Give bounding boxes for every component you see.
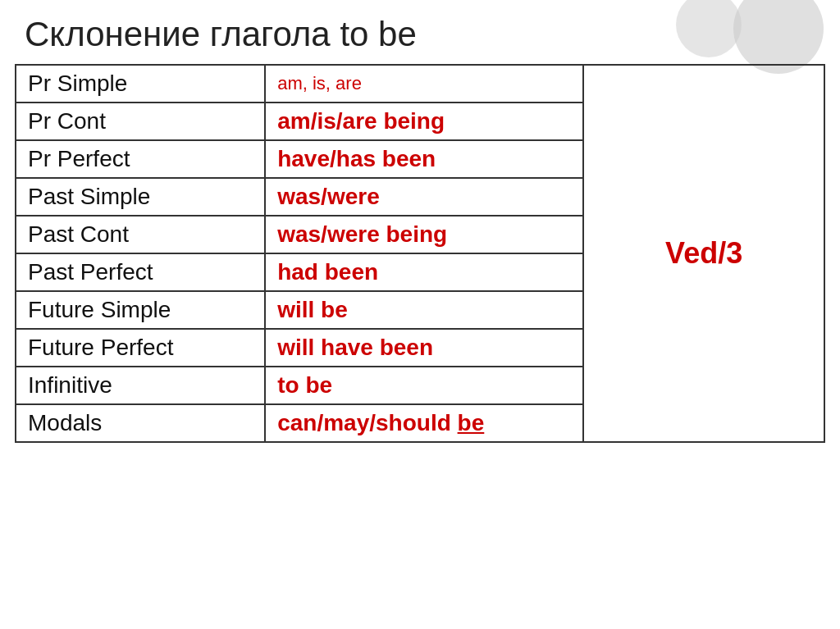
tense-cell: Future Simple (16, 291, 265, 329)
tense-cell: Past Cont (16, 216, 265, 253)
form-cell: will be (265, 291, 583, 329)
tense-cell: Past Simple (16, 178, 265, 216)
form-cell: was/were being (265, 216, 583, 253)
ved-cell: Ved/3 (583, 65, 824, 442)
tense-cell: Pr Perfect (16, 140, 265, 178)
form-cell: am, is, are (265, 65, 583, 103)
tense-cell: Future Perfect (16, 329, 265, 367)
page-title: Склонение глагола to be (0, 0, 840, 64)
tense-cell: Pr Simple (16, 65, 265, 103)
tense-cell: Pr Cont (16, 103, 265, 140)
form-cell: to be (265, 367, 583, 404)
form-cell: had been (265, 253, 583, 291)
table-container: Pr Simpleam, is, areVed/3Pr Contam/is/ar… (15, 64, 825, 443)
tense-cell: Past Perfect (16, 253, 265, 291)
tense-cell: Infinitive (16, 367, 265, 404)
tense-cell: Modals (16, 404, 265, 442)
form-cell: will have been (265, 329, 583, 367)
conjugation-table: Pr Simpleam, is, areVed/3Pr Contam/is/ar… (15, 64, 825, 443)
form-cell: am/is/are being (265, 103, 583, 140)
table-row: Pr Simpleam, is, areVed/3 (16, 65, 824, 103)
form-cell: can/may/should be (265, 404, 583, 442)
form-cell: have/has been (265, 140, 583, 178)
form-cell: was/were (265, 178, 583, 216)
be-underline: be (458, 410, 485, 435)
